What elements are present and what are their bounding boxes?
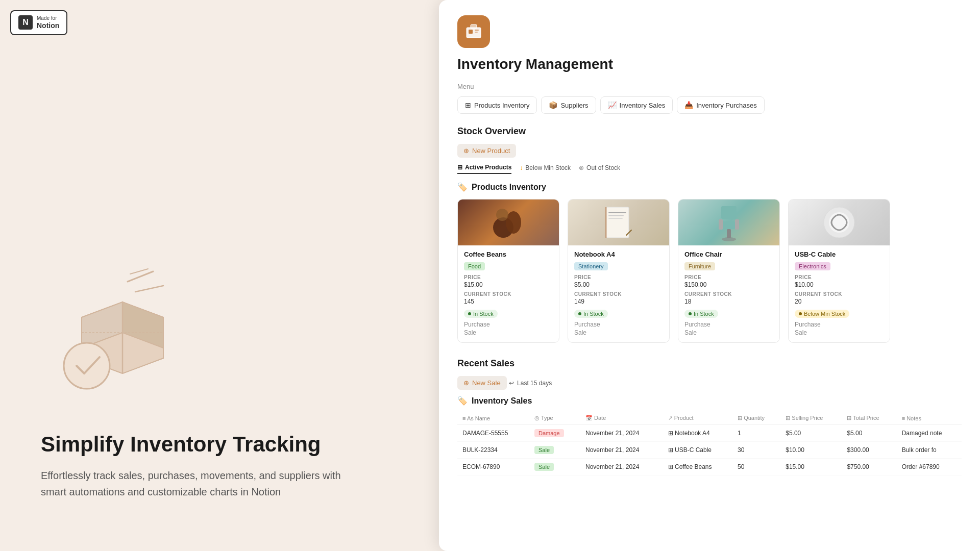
col-qty-label: Quantity [744, 415, 765, 421]
row-selling-price: $10.00 [780, 442, 842, 459]
menu-item-suppliers[interactable]: 📦 Suppliers [541, 96, 596, 114]
menu-section: Menu ⊞ Products Inventory 📦 Suppliers 📈 … [457, 83, 962, 114]
product-grid-icon: ⊞ [668, 463, 675, 470]
col-type-label: Type [541, 415, 553, 421]
row-product: ⊞ USB-C Cable [663, 442, 732, 459]
sale-link[interactable]: Sale [684, 329, 773, 336]
type-badge-sale: Sale [534, 446, 554, 454]
table-row: ECOM-67890 Sale November 21, 2024 ⊞ Coff… [457, 459, 962, 475]
price-value: $15.00 [464, 281, 553, 288]
purchases-icon: 📥 [684, 101, 693, 109]
suppliers-icon: 📦 [549, 101, 557, 109]
notion-badge: N Made for Notion [10, 10, 67, 35]
price-value: $150.00 [684, 281, 773, 288]
product-card-body: Notebook A4 Stationery PRICE $5.00 CURRE… [568, 245, 669, 342]
stock-value: 149 [574, 298, 663, 305]
product-card-body: Office Chair Furniture PRICE $150.00 CUR… [678, 245, 779, 342]
status-dot [799, 312, 802, 315]
product-card-coffee-beans: Coffee Beans Food PRICE $15.00 CURRENT S… [457, 199, 559, 343]
right-panel: Inventory Management Menu ⊞ Products Inv… [439, 0, 980, 551]
svg-rect-18 [606, 207, 629, 238]
row-type: Sale [529, 442, 580, 459]
row-total-price: $300.00 [842, 442, 896, 459]
app-icon [457, 15, 490, 48]
stock-value: 20 [795, 298, 884, 305]
new-product-button[interactable]: ⊕ New Product [457, 144, 516, 158]
filter-tabs: ⊞ Active Products ↓ Below Min Stock ⊗ Ou… [457, 164, 962, 174]
left-title: Simplify Inventory Tracking [41, 432, 398, 457]
product-image-chair [678, 199, 779, 245]
row-name: BULK-22334 [457, 442, 529, 459]
product-image-coffee [458, 199, 559, 245]
col-type-icon: ◎ [534, 415, 541, 421]
status-label: Below Min Stock [804, 311, 845, 317]
new-sale-label: New Sale [472, 379, 501, 387]
svg-rect-11 [469, 30, 473, 34]
product-image-notebook [568, 199, 669, 245]
purchase-link[interactable]: Purchase [684, 321, 773, 328]
product-card-body: USB-C Cable Electronics PRICE $10.00 CUR… [789, 245, 890, 342]
col-qty-icon: ⊞ [738, 415, 744, 421]
col-product-label: Product [674, 415, 694, 421]
purchase-link[interactable]: Purchase [795, 321, 884, 328]
left-panel: N Made for Notion Simplify [0, 0, 439, 551]
col-product: ↗ Product [663, 412, 732, 425]
sale-link[interactable]: Sale [795, 329, 884, 336]
products-inventory-title: Products Inventory [472, 183, 546, 192]
last-days-filter[interactable]: ↩ Last 15 days [509, 380, 552, 387]
purchase-link[interactable]: Purchase [574, 321, 663, 328]
svg-rect-13 [475, 32, 478, 33]
product-card-office-chair: Office Chair Furniture PRICE $150.00 CUR… [678, 199, 780, 343]
sales-table-icon: 🏷️ [457, 396, 468, 406]
svg-rect-19 [608, 212, 626, 213]
row-total-price: $5.00 [842, 425, 896, 442]
products-grid: Coffee Beans Food PRICE $15.00 CURRENT S… [457, 199, 962, 343]
svg-rect-20 [608, 215, 624, 216]
row-name: ECOM-67890 [457, 459, 529, 475]
product-name: Coffee Beans [464, 251, 553, 258]
product-tag: Furniture [684, 262, 715, 270]
menu-bar: ⊞ Products Inventory 📦 Suppliers 📈 Inven… [457, 96, 962, 114]
circle-x-icon: ⊗ [579, 164, 584, 171]
made-for-label: Made for [37, 15, 59, 21]
svg-point-17 [496, 209, 508, 221]
row-date: November 21, 2024 [580, 459, 663, 475]
calendar-icon: ↩ [509, 380, 514, 387]
notion-badge-text: Made for Notion [37, 15, 59, 30]
stock-label: CURRENT STOCK [795, 291, 884, 297]
type-badge-sale: Sale [534, 463, 554, 471]
menu-item-products-inventory[interactable]: ⊞ Products Inventory [457, 96, 537, 114]
plus-icon: ⊕ [463, 379, 469, 387]
status-badge: In Stock [464, 310, 498, 318]
status-badge: In Stock [684, 310, 718, 318]
purchase-link[interactable]: Purchase [464, 321, 553, 328]
menu-item-inventory-sales[interactable]: 📈 Inventory Sales [600, 96, 673, 114]
sale-link[interactable]: Sale [574, 329, 663, 336]
sale-link[interactable]: Sale [464, 329, 553, 336]
product-card-notebook: Notebook A4 Stationery PRICE $5.00 CURRE… [568, 199, 670, 343]
menu-item-label: Products Inventory [474, 102, 529, 109]
product-grid-icon: ⊞ [668, 446, 675, 454]
product-grid-icon: ⊞ [668, 430, 675, 437]
box-illustration [41, 266, 194, 401]
col-date-icon: 📅 [585, 415, 594, 421]
price-value: $10.00 [795, 281, 884, 288]
recent-sales-title: Recent Sales [457, 358, 962, 369]
svg-rect-12 [475, 30, 479, 31]
row-product-name: Coffee Beans [675, 463, 712, 470]
new-sale-button[interactable]: ⊕ New Sale [457, 376, 507, 390]
col-notes-icon: ≡ [902, 415, 906, 421]
filter-below-min-stock[interactable]: ↓ Below Min Stock [520, 164, 571, 173]
inventory-sales-heading: 🏷️ Inventory Sales [457, 396, 962, 406]
col-selling-price: ⊞ Selling Price [780, 412, 842, 425]
col-name: ≡ As Name [457, 412, 529, 425]
status-badge: In Stock [574, 310, 608, 318]
filter-out-of-stock[interactable]: ⊗ Out of Stock [579, 164, 620, 173]
menu-item-inventory-purchases[interactable]: 📥 Inventory Purchases [677, 96, 765, 114]
product-name: Notebook A4 [574, 251, 663, 258]
col-name-label: As Name [467, 415, 490, 421]
filter-active-products[interactable]: ⊞ Active Products [457, 164, 511, 174]
products-inventory-heading: 🏷️ Products Inventory [457, 182, 962, 192]
product-name: USB-C Cable [795, 251, 884, 258]
notion-label: Notion [37, 21, 59, 30]
